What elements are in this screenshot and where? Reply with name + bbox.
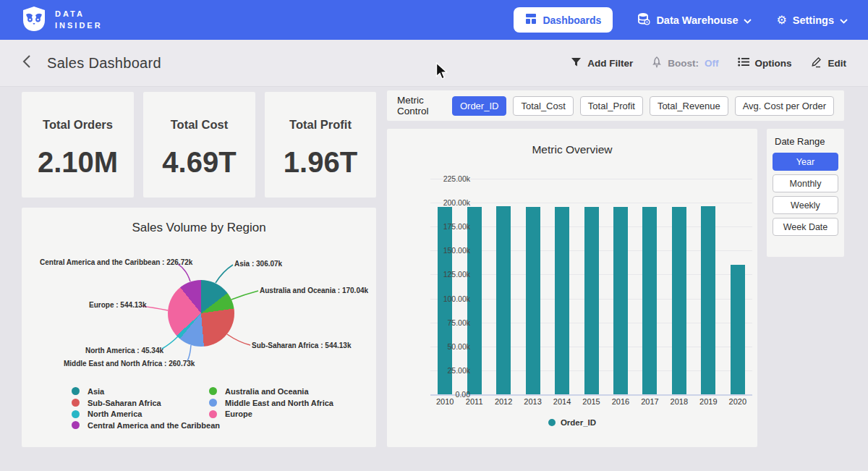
date-range-button-group: YearMonthlyWeeklyWeek Date [767, 147, 844, 242]
pie-label-4: North America : 45.34k [85, 347, 163, 355]
app-screen: DATA INSIDER Dashboards [0, 0, 868, 471]
metric-chip-total-profit[interactable]: Total_Profit [580, 96, 643, 116]
bar-2019[interactable] [701, 206, 715, 394]
legend-dot [72, 410, 80, 418]
pie-legend-item: Central America and the Caribbean [72, 420, 220, 431]
gridline [430, 179, 752, 179]
boost-toggle[interactable]: Boost: Off [652, 56, 718, 70]
bar-chart-legend: Order_ID [387, 418, 757, 427]
legend-label: Australia and Oceania [225, 387, 309, 396]
kpi-value: 4.69T [143, 146, 255, 179]
metric-button-group: Order_IDTotal_CostTotal_ProfitTotal_Reve… [452, 96, 834, 116]
pie-chart-card: Sales Volume by Region Asia : 306.07kAus… [22, 208, 376, 447]
settings-menu[interactable]: ⚙ Settings [776, 14, 848, 26]
legend-dot [72, 399, 80, 407]
data-warehouse-menu[interactable]: Data Warehouse [637, 12, 752, 27]
bar-2018[interactable] [672, 207, 686, 394]
date-range-weekly-button[interactable]: Weekly [773, 196, 838, 214]
x-tick-label: 2020 [729, 397, 746, 406]
legend-label: Order_ID [561, 418, 596, 427]
gear-icon: ⚙ [776, 14, 786, 26]
kpi-card-total-cost: Total Cost 4.69T [143, 92, 255, 198]
brand[interactable]: DATA INSIDER [20, 6, 103, 35]
legend-dot [209, 399, 217, 407]
boost-state: Off [705, 58, 719, 69]
metric-chip-order-id[interactable]: Order_ID [452, 96, 506, 116]
y-tick-label: 25.00k [447, 366, 470, 375]
kpi-value: 1.96T [265, 146, 376, 179]
edit-button[interactable]: Edit [811, 56, 847, 70]
brand-name: DATA INSIDER [55, 9, 103, 32]
bar-2015[interactable] [584, 207, 599, 394]
y-tick-label: 75.00k [447, 318, 470, 327]
dashboards-label: Dashboards [542, 14, 601, 26]
metric-control-bar: Metric Control Order_IDTotal_CostTotal_P… [387, 90, 844, 121]
dashboard-grid-icon [525, 13, 537, 27]
pie-legend-item: Middle East and North Africa [209, 397, 333, 409]
bar-2012[interactable] [496, 206, 511, 394]
database-icon [637, 12, 650, 27]
pie-legend-item: Sub-Saharan Africa [72, 397, 220, 409]
metric-chip-avg-cost-per-order[interactable]: Avg. Cost per Order [735, 96, 834, 116]
pie-chart-title: Sales Volume by Region [22, 221, 376, 235]
bar-2020[interactable] [731, 265, 745, 394]
kpi-label: Total Orders [22, 118, 134, 132]
legend-dot [209, 387, 217, 395]
dashboards-button[interactable]: Dashboards [514, 7, 613, 33]
metric-control-label: Metric Control [397, 95, 443, 116]
date-range-week-date-button[interactable]: Week Date [773, 218, 838, 236]
kpi-label: Total Profit [265, 118, 376, 132]
x-tick-label: 2013 [524, 397, 541, 406]
date-range-label: Date Range [775, 136, 844, 147]
y-tick-label: 150.00k [443, 246, 470, 255]
legend-label: Central America and the Caribbean [88, 421, 220, 430]
top-navbar: DATA INSIDER Dashboards [0, 0, 868, 40]
legend-label: Asia [88, 387, 104, 396]
legend-label: North America [88, 410, 142, 418]
date-range-monthly-button[interactable]: Monthly [773, 174, 838, 192]
options-button[interactable]: Options [738, 57, 792, 69]
legend-dot [72, 421, 80, 429]
legend-label: Sub-Saharan Africa [88, 399, 161, 407]
y-tick-label: 125.00k [443, 270, 470, 279]
gridline [430, 394, 752, 396]
bar-chart-card: Metric Overview 225.00k200.00k175.00k150… [387, 129, 757, 447]
page-title: Sales Dashboard [47, 55, 161, 72]
y-tick-label: 175.00k [443, 222, 470, 231]
rocket-icon [652, 56, 662, 70]
pie-label-1: Australia and Oceania : 170.04k [260, 287, 368, 294]
chevron-down-icon [744, 14, 752, 26]
kpi-label: Total Cost [143, 118, 255, 132]
mouse-pointer-icon [435, 62, 448, 83]
pie-chart[interactable] [168, 280, 234, 347]
legend-label: Europe [225, 410, 252, 418]
legend-dot [72, 387, 80, 395]
back-button[interactable] [22, 54, 31, 72]
metric-chip-total-revenue[interactable]: Total_Revenue [650, 96, 728, 116]
bar-chart-x-axis: 2010201120122013201420152016201720182019… [430, 397, 752, 409]
bar-2017[interactable] [642, 207, 657, 394]
bar-2014[interactable] [555, 207, 569, 394]
settings-label: Settings [793, 14, 834, 26]
date-range-year-button[interactable]: Year [773, 153, 838, 171]
page-header: Sales Dashboard Add Filter Boost: Off [0, 40, 868, 87]
kpi-card-total-orders: Total Orders 2.10M [22, 92, 134, 198]
legend-dot [548, 419, 556, 426]
bar-2016[interactable] [613, 207, 628, 394]
bar-2013[interactable] [526, 207, 540, 394]
x-tick-label: 2014 [553, 397, 571, 406]
edit-pencil-icon [811, 56, 822, 70]
options-list-icon [738, 57, 749, 69]
y-tick-label: 225.00k [443, 174, 470, 183]
pie-legend-item: Asia [72, 386, 220, 397]
x-tick-label: 2015 [582, 397, 600, 406]
pie-legend-column-2: Australia and OceaniaMiddle East and Nor… [209, 386, 333, 420]
x-tick-label: 2016 [612, 397, 629, 406]
pie-legend-item: Europe [209, 408, 333, 420]
add-filter-button[interactable]: Add Filter [571, 57, 633, 69]
x-tick-label: 2010 [436, 397, 454, 406]
gridline [430, 203, 752, 203]
data-warehouse-label: Data Warehouse [656, 14, 738, 26]
metric-chip-total-cost[interactable]: Total_Cost [513, 96, 573, 116]
x-tick-label: 2011 [466, 397, 483, 406]
